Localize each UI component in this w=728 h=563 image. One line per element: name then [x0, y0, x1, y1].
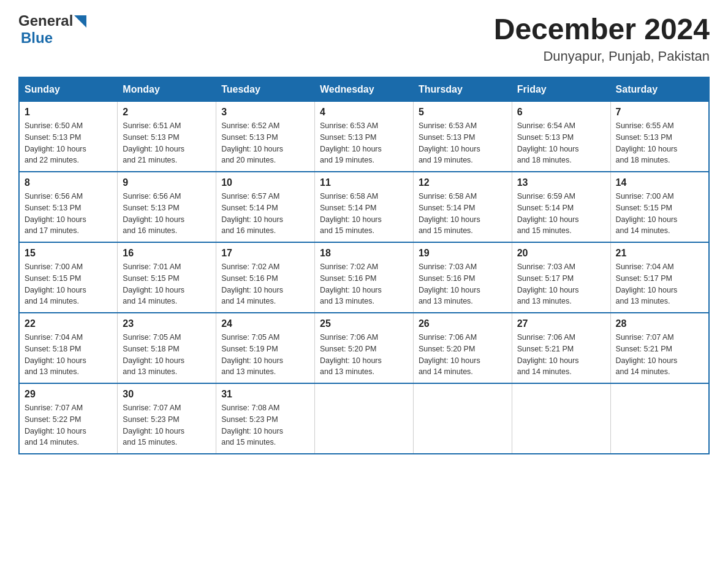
- day-info: Sunrise: 7:07 AM Sunset: 5:21 PM Dayligh…: [616, 333, 678, 376]
- day-number: 26: [419, 318, 507, 329]
- calendar-cell: 19 Sunrise: 7:03 AM Sunset: 5:16 PM Dayl…: [413, 242, 512, 313]
- day-info: Sunrise: 6:50 AM Sunset: 5:13 PM Dayligh…: [25, 121, 86, 164]
- calendar-cell: 10 Sunrise: 6:57 AM Sunset: 5:14 PM Dayl…: [216, 172, 315, 242]
- day-info: Sunrise: 7:01 AM Sunset: 5:15 PM Dayligh…: [123, 262, 184, 305]
- calendar-cell: 18 Sunrise: 7:02 AM Sunset: 5:16 PM Dayl…: [315, 242, 414, 313]
- day-info: Sunrise: 7:03 AM Sunset: 5:16 PM Dayligh…: [419, 262, 480, 305]
- week-row-2: 8 Sunrise: 6:56 AM Sunset: 5:13 PM Dayli…: [19, 172, 709, 242]
- day-info: Sunrise: 6:55 AM Sunset: 5:13 PM Dayligh…: [616, 121, 678, 164]
- day-number: 4: [320, 107, 408, 118]
- calendar-cell: 20 Sunrise: 7:03 AM Sunset: 5:17 PM Dayl…: [512, 242, 610, 313]
- title-section: December 2024 Dunyapur, Punjab, Pakistan: [494, 12, 710, 64]
- day-info: Sunrise: 7:03 AM Sunset: 5:17 PM Dayligh…: [517, 262, 579, 305]
- calendar-cell: 29 Sunrise: 7:07 AM Sunset: 5:22 PM Dayl…: [19, 383, 118, 454]
- day-number: 13: [517, 177, 605, 188]
- day-info: Sunrise: 7:04 AM Sunset: 5:18 PM Dayligh…: [25, 333, 86, 376]
- week-row-4: 22 Sunrise: 7:04 AM Sunset: 5:18 PM Dayl…: [19, 313, 709, 383]
- day-info: Sunrise: 6:51 AM Sunset: 5:13 PM Dayligh…: [123, 121, 184, 164]
- calendar-cell: [610, 383, 709, 454]
- day-info: Sunrise: 6:52 AM Sunset: 5:13 PM Dayligh…: [221, 121, 283, 164]
- calendar-cell: 17 Sunrise: 7:02 AM Sunset: 5:16 PM Dayl…: [216, 242, 315, 313]
- logo-triangle-icon: [74, 15, 86, 28]
- day-number: 16: [123, 248, 211, 259]
- day-info: Sunrise: 6:56 AM Sunset: 5:13 PM Dayligh…: [25, 192, 86, 235]
- day-info: Sunrise: 6:54 AM Sunset: 5:13 PM Dayligh…: [517, 121, 579, 164]
- day-info: Sunrise: 6:57 AM Sunset: 5:14 PM Dayligh…: [221, 192, 283, 235]
- calendar-cell: 3 Sunrise: 6:52 AM Sunset: 5:13 PM Dayli…: [216, 102, 315, 172]
- day-number: 6: [517, 107, 605, 118]
- weekday-header-friday: Friday: [512, 77, 610, 102]
- day-info: Sunrise: 6:59 AM Sunset: 5:14 PM Dayligh…: [517, 192, 579, 235]
- calendar-cell: 6 Sunrise: 6:54 AM Sunset: 5:13 PM Dayli…: [512, 102, 610, 172]
- calendar-cell: 2 Sunrise: 6:51 AM Sunset: 5:13 PM Dayli…: [118, 102, 216, 172]
- day-info: Sunrise: 7:07 AM Sunset: 5:22 PM Dayligh…: [25, 404, 86, 446]
- day-number: 27: [517, 318, 605, 329]
- weekday-header-monday: Monday: [118, 77, 216, 102]
- day-number: 29: [25, 389, 112, 400]
- day-info: Sunrise: 7:05 AM Sunset: 5:19 PM Dayligh…: [221, 333, 283, 376]
- weekday-header-wednesday: Wednesday: [315, 77, 414, 102]
- calendar-cell: 30 Sunrise: 7:07 AM Sunset: 5:23 PM Dayl…: [118, 383, 216, 454]
- day-number: 9: [123, 177, 211, 188]
- calendar-cell: 8 Sunrise: 6:56 AM Sunset: 5:13 PM Dayli…: [19, 172, 118, 242]
- day-number: 30: [123, 389, 211, 400]
- day-info: Sunrise: 7:06 AM Sunset: 5:21 PM Dayligh…: [517, 333, 579, 376]
- calendar-cell: [413, 383, 512, 454]
- calendar-cell: 28 Sunrise: 7:07 AM Sunset: 5:21 PM Dayl…: [610, 313, 709, 383]
- calendar-cell: 12 Sunrise: 6:58 AM Sunset: 5:14 PM Dayl…: [413, 172, 512, 242]
- logo-general-text: General: [18, 12, 73, 29]
- day-number: 19: [419, 248, 507, 259]
- logo: General Blue: [18, 12, 86, 47]
- day-info: Sunrise: 7:05 AM Sunset: 5:18 PM Dayligh…: [123, 333, 184, 376]
- day-info: Sunrise: 7:00 AM Sunset: 5:15 PM Dayligh…: [25, 262, 86, 305]
- calendar-cell: 31 Sunrise: 7:08 AM Sunset: 5:23 PM Dayl…: [216, 383, 315, 454]
- day-info: Sunrise: 7:00 AM Sunset: 5:15 PM Dayligh…: [616, 192, 678, 235]
- day-number: 25: [320, 318, 408, 329]
- day-info: Sunrise: 7:02 AM Sunset: 5:16 PM Dayligh…: [320, 262, 382, 305]
- calendar-cell: 13 Sunrise: 6:59 AM Sunset: 5:14 PM Dayl…: [512, 172, 610, 242]
- day-info: Sunrise: 7:06 AM Sunset: 5:20 PM Dayligh…: [320, 333, 382, 376]
- calendar-cell: 14 Sunrise: 7:00 AM Sunset: 5:15 PM Dayl…: [610, 172, 709, 242]
- day-number: 1: [25, 107, 112, 118]
- day-info: Sunrise: 6:58 AM Sunset: 5:14 PM Dayligh…: [419, 192, 480, 235]
- calendar-cell: 24 Sunrise: 7:05 AM Sunset: 5:19 PM Dayl…: [216, 313, 315, 383]
- day-info: Sunrise: 7:06 AM Sunset: 5:20 PM Dayligh…: [419, 333, 480, 376]
- day-number: 24: [221, 318, 309, 329]
- day-number: 11: [320, 177, 408, 188]
- svg-marker-0: [74, 15, 86, 28]
- calendar-cell: 7 Sunrise: 6:55 AM Sunset: 5:13 PM Dayli…: [610, 102, 709, 172]
- day-number: 31: [221, 389, 309, 400]
- day-info: Sunrise: 6:53 AM Sunset: 5:13 PM Dayligh…: [320, 121, 382, 164]
- day-number: 15: [25, 248, 112, 259]
- calendar-table: SundayMondayTuesdayWednesdayThursdayFrid…: [18, 77, 710, 454]
- week-row-1: 1 Sunrise: 6:50 AM Sunset: 5:13 PM Dayli…: [19, 102, 709, 172]
- calendar-cell: 9 Sunrise: 6:56 AM Sunset: 5:13 PM Dayli…: [118, 172, 216, 242]
- logo-blue-text: Blue: [21, 29, 53, 46]
- week-row-3: 15 Sunrise: 7:00 AM Sunset: 5:15 PM Dayl…: [19, 242, 709, 313]
- calendar-cell: 5 Sunrise: 6:53 AM Sunset: 5:13 PM Dayli…: [413, 102, 512, 172]
- calendar-cell: 15 Sunrise: 7:00 AM Sunset: 5:15 PM Dayl…: [19, 242, 118, 313]
- calendar-cell: 1 Sunrise: 6:50 AM Sunset: 5:13 PM Dayli…: [19, 102, 118, 172]
- day-info: Sunrise: 7:07 AM Sunset: 5:23 PM Dayligh…: [123, 404, 184, 446]
- day-number: 22: [25, 318, 112, 329]
- calendar-cell: [512, 383, 610, 454]
- day-number: 3: [221, 107, 309, 118]
- week-row-5: 29 Sunrise: 7:07 AM Sunset: 5:22 PM Dayl…: [19, 383, 709, 454]
- day-info: Sunrise: 7:04 AM Sunset: 5:17 PM Dayligh…: [616, 262, 678, 305]
- weekday-header-thursday: Thursday: [413, 77, 512, 102]
- weekday-header-row: SundayMondayTuesdayWednesdayThursdayFrid…: [19, 77, 709, 102]
- day-number: 5: [419, 107, 507, 118]
- day-info: Sunrise: 7:02 AM Sunset: 5:16 PM Dayligh…: [221, 262, 283, 305]
- calendar-cell: 16 Sunrise: 7:01 AM Sunset: 5:15 PM Dayl…: [118, 242, 216, 313]
- day-info: Sunrise: 6:58 AM Sunset: 5:14 PM Dayligh…: [320, 192, 382, 235]
- day-number: 2: [123, 107, 211, 118]
- weekday-header-sunday: Sunday: [19, 77, 118, 102]
- day-number: 17: [221, 248, 309, 259]
- page-header: General Blue December 2024 Dunyapur, Pun…: [18, 12, 710, 64]
- calendar-cell: 4 Sunrise: 6:53 AM Sunset: 5:13 PM Dayli…: [315, 102, 414, 172]
- day-number: 18: [320, 248, 408, 259]
- day-info: Sunrise: 7:08 AM Sunset: 5:23 PM Dayligh…: [221, 404, 283, 446]
- calendar-cell: 11 Sunrise: 6:58 AM Sunset: 5:14 PM Dayl…: [315, 172, 414, 242]
- day-number: 8: [25, 177, 112, 188]
- day-number: 7: [616, 107, 703, 118]
